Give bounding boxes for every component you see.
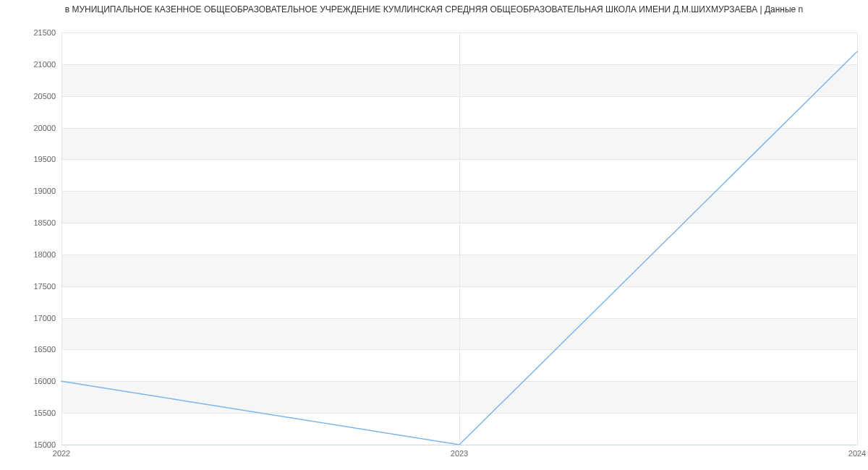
y-tick-label: 15000 <box>33 440 56 449</box>
series-line <box>61 51 857 445</box>
y-tick-label: 19500 <box>33 155 56 163</box>
plot-area: 1500015500160001650017000175001800018500… <box>61 33 857 445</box>
x-axis-line <box>61 445 857 445</box>
v-grid-line <box>857 33 858 445</box>
y-tick-label: 15500 <box>33 409 56 417</box>
y-tick-label: 17000 <box>33 314 56 322</box>
y-tick-label: 21500 <box>33 28 56 37</box>
y-tick-label: 20000 <box>33 124 56 132</box>
y-tick-label: 21000 <box>33 60 56 69</box>
y-tick-label: 16500 <box>33 345 56 354</box>
x-tick-label: 2024 <box>848 449 866 458</box>
x-tick-label: 2022 <box>53 449 70 458</box>
y-tick-label: 19000 <box>33 187 56 195</box>
line-layer <box>61 33 857 445</box>
y-tick-label: 20500 <box>33 92 56 101</box>
chart-title: в МУНИЦИПАЛЬНОЕ КАЗЕННОЕ ОБЩЕОБРАЗОВАТЕЛ… <box>0 4 868 14</box>
y-tick-label: 16000 <box>33 377 56 385</box>
y-tick-label: 18500 <box>33 218 56 227</box>
y-tick-label: 18000 <box>33 250 56 259</box>
x-tick-label: 2023 <box>451 449 468 458</box>
y-tick-label: 17500 <box>33 282 56 291</box>
